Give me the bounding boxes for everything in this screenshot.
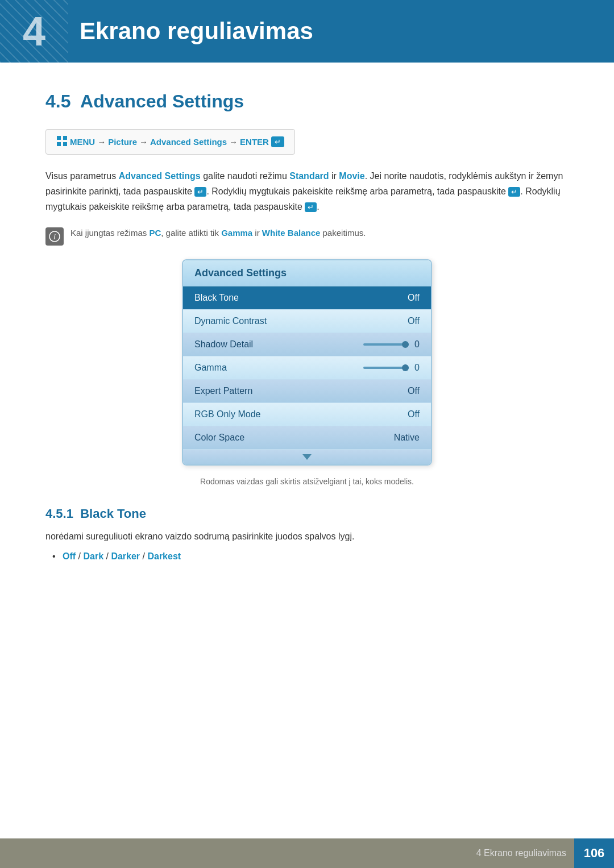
row-slider-gamma: 0 (363, 363, 420, 373)
panel-container: Advanced Settings Black Tone Off Dynamic… (45, 259, 569, 466)
panel-header: Advanced Settings (183, 260, 431, 286)
svg-rect-1 (63, 136, 67, 140)
nav-arrow-1: → (97, 137, 106, 147)
chapter-number-block: 4 (0, 0, 68, 63)
panel-caption: Rodomas vaizdas gali skirtis atsižvelgia… (45, 477, 569, 486)
settings-panel: Advanced Settings Black Tone Off Dynamic… (182, 259, 432, 466)
panel-row-shadow-detail[interactable]: Shadow Detail 0 (183, 333, 431, 356)
footer-chapter-label: 4 Ekrano reguliavimas (476, 848, 574, 858)
description-paragraph: Visus parametrus Advanced Settings galit… (45, 168, 569, 215)
row-value-shadow-detail: 0 (414, 339, 420, 350)
row-value-expert-pattern: Off (408, 386, 420, 396)
nav-menu-label: MENU (70, 137, 95, 147)
option-dark: Dark (83, 551, 103, 561)
section-heading: 4.5 Advanced Settings (45, 91, 569, 112)
header-banner: 4 Ekrano reguliavimas (0, 0, 614, 63)
subsection-heading: 4.5.1 Black Tone (45, 506, 569, 521)
note-box: i Kai įjungtas režimas PC, galite atlikt… (45, 226, 569, 246)
panel-row-rgb-only-mode[interactable]: RGB Only Mode Off (183, 403, 431, 426)
menu-grid-icon (56, 135, 68, 147)
row-value-color-space: Native (394, 433, 420, 443)
nav-arrow-2: → (139, 137, 148, 147)
scroll-down-arrow-icon (302, 454, 312, 460)
row-label-dynamic-contrast: Dynamic Contrast (194, 316, 267, 326)
svg-rect-0 (57, 136, 61, 140)
enter-icon-inline-2: ↵ (508, 187, 520, 197)
note-text: Kai įjungtas režimas PC, galite atlikti … (70, 226, 366, 240)
enter-icon: ↵ (271, 136, 284, 147)
note-bold-gamma: Gamma (221, 228, 252, 238)
note-bold-pc: PC (149, 228, 161, 238)
slider-bar-gamma (363, 367, 409, 369)
panel-row-black-tone[interactable]: Black Tone Off (183, 286, 431, 310)
option-darkest: Darkest (147, 551, 181, 561)
menu-icon (56, 135, 68, 148)
footer-page-number: 106 (574, 838, 614, 868)
row-slider-shadow-detail: 0 (363, 339, 420, 350)
slider-bar-shadow (363, 343, 409, 346)
note-icon: i (45, 227, 64, 246)
svg-text:i: i (54, 232, 56, 241)
page-footer: 4 Ekrano reguliavimas 106 (0, 838, 614, 868)
panel-row-gamma[interactable]: Gamma 0 (183, 356, 431, 380)
nav-path-box: MENU → Picture → Advanced Settings → ENT… (45, 129, 295, 155)
option-darker: Darker (111, 551, 140, 561)
nav-arrow-3: → (229, 137, 238, 147)
enter-icon-inline-3: ↵ (305, 202, 317, 212)
row-label-shadow-detail: Shadow Detail (194, 339, 253, 350)
desc-bold-2: Standard (289, 171, 329, 181)
svg-rect-2 (57, 142, 61, 146)
panel-row-color-space[interactable]: Color Space Native (183, 426, 431, 450)
nav-enter-label: ENTER (240, 137, 269, 147)
main-content: 4.5 Advanced Settings MENU → Picture → A… (0, 63, 614, 610)
options-list: Off / Dark / Darker / Darkest (45, 551, 569, 562)
enter-icon-inline-1: ↵ (194, 187, 206, 197)
row-value-black-tone: Off (408, 293, 420, 303)
svg-rect-3 (63, 142, 67, 146)
subsection-description: norėdami sureguliuoti ekrano vaizdo sodr… (45, 529, 569, 544)
chapter-number: 4 (23, 8, 45, 55)
desc-bold-1: Advanced Settings (119, 171, 201, 181)
row-label-color-space: Color Space (194, 433, 244, 443)
desc-bold-3: Movie (339, 171, 364, 181)
row-value-rgb-only-mode: Off (408, 409, 420, 420)
list-item-options: Off / Dark / Darker / Darkest (63, 551, 569, 562)
note-bold-wb: White Balance (262, 228, 321, 238)
row-label-gamma: Gamma (194, 363, 227, 373)
row-value-gamma: 0 (414, 363, 420, 373)
nav-picture: Picture (108, 137, 137, 147)
chapter-title: Ekrano reguliavimas (68, 18, 313, 45)
row-label-expert-pattern: Expert Pattern (194, 386, 252, 396)
info-icon: i (49, 231, 60, 242)
option-off: Off (63, 551, 76, 561)
row-label-black-tone: Black Tone (194, 293, 239, 303)
row-value-dynamic-contrast: Off (408, 316, 420, 326)
panel-row-dynamic-contrast[interactable]: Dynamic Contrast Off (183, 310, 431, 333)
panel-footer (183, 450, 431, 464)
panel-row-expert-pattern[interactable]: Expert Pattern Off (183, 380, 431, 403)
row-label-rgb-only-mode: RGB Only Mode (194, 409, 260, 420)
nav-advanced-settings: Advanced Settings (150, 137, 227, 147)
